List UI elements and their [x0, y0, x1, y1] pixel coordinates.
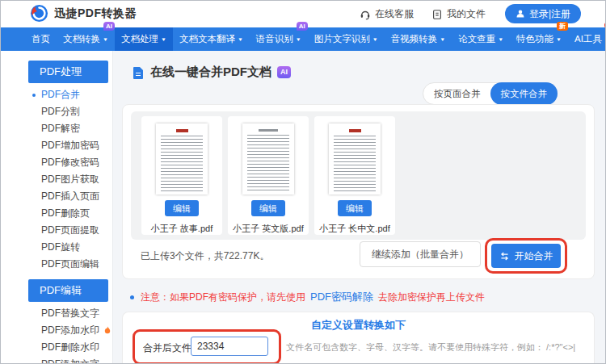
nav-label: AI工具: [574, 33, 602, 45]
login-register-label: 登录|注册: [529, 7, 570, 21]
upload-panel: 编辑 小王子 故事.pdf 编辑 小王子 英文版.pdf: [122, 104, 595, 279]
nav-label: 音视频转换: [391, 33, 438, 45]
sidebar-item-label: PDF解密: [41, 123, 80, 134]
my-files-link[interactable]: 我的文件: [431, 7, 486, 21]
thumbnail-heading: [349, 129, 361, 132]
thumbnail-heading: [259, 129, 278, 132]
sidebar-item-label: PDF修改密码: [41, 157, 99, 168]
fire-icon: [104, 326, 111, 334]
sidebar-item-label: PDF合并: [41, 89, 80, 100]
online-service-label: 在线客服: [375, 7, 414, 21]
ai-badge: AI: [277, 66, 291, 78]
page-title-row: 在线一键合并PDF文档 AI: [132, 65, 291, 80]
nav-doc-translate[interactable]: 文档文本翻译 ▼: [173, 27, 250, 51]
nav-label: 文档文本翻译: [179, 33, 235, 45]
pdf-thumbnail: [242, 123, 294, 195]
nav-paper-check[interactable]: 论文查重 ▼: [452, 27, 510, 51]
file-card[interactable]: 编辑 小王子 英文版.pdf: [228, 116, 309, 235]
bullet-dot: [130, 295, 134, 299]
sidebar-item-label: PDF删除水印: [41, 341, 99, 353]
filename-hint: 文件名可包含数字、字母、汉字等。请不要使用特殊字符，例如： /:*?"<>|: [286, 341, 575, 354]
nav-speech-recognition[interactable]: 语音识别 ▼ AI: [250, 27, 308, 51]
sidebar-item-pdf-insert-pages[interactable]: PDF插入页面: [1, 188, 112, 205]
sidebar-item-pdf-add-watermark[interactable]: PDF添加水印: [1, 322, 112, 339]
chevron-down-icon: ▼: [498, 36, 503, 41]
settings-title: 自定义设置转换如下: [123, 318, 594, 333]
edit-button[interactable]: 编辑: [165, 200, 199, 216]
nav-label: 特色功能: [516, 33, 553, 45]
custom-settings-panel: 自定义设置转换如下 合并后文件名 文件名可包含数字、字母、汉字等。请不要使用特殊…: [122, 312, 595, 364]
pdf-thumbnail: [329, 123, 381, 195]
my-files-label: 我的文件: [447, 7, 486, 21]
ai-badge: AI: [103, 22, 115, 31]
sidebar-item-pdf-replace-text[interactable]: PDF替换文字: [1, 305, 112, 322]
sidebar-item-label: PDF增加密码: [41, 140, 99, 151]
chevron-down-icon: ▼: [103, 36, 108, 41]
edit-button[interactable]: 编辑: [338, 200, 372, 216]
pdf-decrypt-link[interactable]: PDF密码解除: [310, 290, 373, 304]
file-cards: 编辑 小王子 故事.pdf 编辑 小王子 英文版.pdf: [141, 116, 395, 235]
start-merge-label: 开始合并: [515, 249, 553, 263]
chevron-down-icon: ▼: [556, 36, 562, 41]
nav-label: 图片文字识别: [314, 33, 370, 45]
online-service-link[interactable]: 在线客服: [360, 7, 414, 21]
nav-doc-process[interactable]: 文档处理 ▼: [115, 27, 173, 51]
ai-badge: AI: [297, 22, 308, 31]
nav-image-ocr[interactable]: 图片文字识别 ▼: [308, 27, 385, 51]
note-text-prefix: 注意：如果PDF有密码保护，请先使用: [141, 291, 305, 304]
nav-label: 文档转换: [63, 33, 100, 45]
sidebar-item-pdf-decrypt[interactable]: PDF解密: [1, 120, 112, 137]
swap-arrows-icon: [499, 251, 510, 261]
nav-label: 文档处理: [121, 33, 158, 45]
edit-button[interactable]: 编辑: [251, 200, 285, 216]
sidebar-item-pdf-split[interactable]: PDF分割: [1, 103, 112, 120]
sidebar-item-pdf-extract-pages[interactable]: PDF页面提取: [1, 222, 112, 239]
sidebar-item-pdf-rotate[interactable]: PDF旋转: [1, 239, 112, 256]
thumbnail-heading: [176, 129, 188, 132]
thumbnail-text-lines: [161, 136, 203, 192]
login-register-button[interactable]: 登录|注册: [505, 4, 581, 23]
file-name: 小王子 故事.pdf: [151, 223, 213, 235]
nav-av-convert[interactable]: 音视频转换 ▼: [385, 27, 452, 51]
sidebar-item-label: PDF页面编辑: [41, 258, 99, 270]
sidebar-item-pdf-merge[interactable]: PDF合并: [1, 86, 112, 103]
merge-by-file-button[interactable]: 按文件合并: [490, 82, 558, 105]
password-note: 注意：如果PDF有密码保护，请先使用 PDF密码解除 去除加密保护再上传文件: [130, 290, 485, 304]
file-card[interactable]: 编辑 小王子 故事.pdf: [141, 116, 222, 235]
sidebar-item-pdf-get-images[interactable]: PDF图片获取: [1, 171, 112, 188]
sidebar-item-pdf-remove-watermark[interactable]: PDF删除水印: [1, 339, 112, 356]
nav-ai-tools[interactable]: AI工具 ▼: [568, 27, 606, 51]
sidebar-item-pdf-page-edit[interactable]: PDF页面编辑: [1, 256, 112, 273]
filename-input[interactable]: [191, 337, 268, 356]
upload-status: 已上传3个文件，共722.77K。: [141, 249, 269, 263]
sidebar-item-label: PDF图片获取: [41, 174, 99, 185]
sidebar-item-pdf-change-password[interactable]: PDF修改密码: [1, 154, 112, 171]
file-card[interactable]: 编辑 小王子 长中文.pdf: [314, 116, 395, 235]
pdf-thumbnail: [156, 123, 208, 195]
sidebar-item-pdf-add-password[interactable]: PDF增加密码: [1, 137, 112, 154]
sidebar-item-pdf-delete-pages[interactable]: PDF删除页: [1, 205, 112, 222]
blue-document-icon: [132, 66, 145, 79]
nav-special-features[interactable]: 特色功能 ▼ 新: [510, 27, 568, 51]
chevron-down-icon: ▼: [372, 36, 378, 41]
sidebar-item-label: PDF页面提取: [41, 224, 99, 236]
chevron-down-icon: ▼: [238, 36, 243, 41]
pdf-converter-page: 迅捷PDF转换器 在线客服 我的文件: [0, 0, 606, 364]
sidebar-section-pdf-edit[interactable]: PDF编辑: [28, 279, 108, 302]
sidebar-item-pdf-add-text[interactable]: PDF添加文字: [1, 356, 112, 363]
merge-by-page-button[interactable]: 按页面合并: [423, 88, 491, 100]
active-dot: [32, 94, 36, 97]
sidebar-section-pdf-process[interactable]: PDF处理: [28, 61, 108, 83]
chevron-down-icon: ▼: [440, 36, 445, 41]
start-merge-button[interactable]: 开始合并: [491, 244, 561, 268]
merge-mode-toggle: 按页面合并 按文件合并: [423, 82, 558, 105]
nav-home[interactable]: 首页: [25, 27, 57, 51]
sidebar: PDF处理 PDF合并 PDF分割 PDF解密 PDF增加密码 PDF修改密码 …: [1, 51, 113, 363]
header-links: 在线客服 我的文件: [360, 1, 486, 27]
sidebar-item-label: PDF旋转: [41, 241, 80, 253]
sidebar-item-label: PDF删除页: [41, 207, 90, 219]
brand-logo[interactable]: 迅捷PDF转换器: [30, 4, 137, 23]
nav-doc-convert[interactable]: 文档转换 ▼ AI: [57, 27, 115, 51]
continue-add-button[interactable]: 继续添加（批量合并）: [360, 241, 481, 267]
file-name: 小王子 英文版.pdf: [233, 223, 303, 235]
